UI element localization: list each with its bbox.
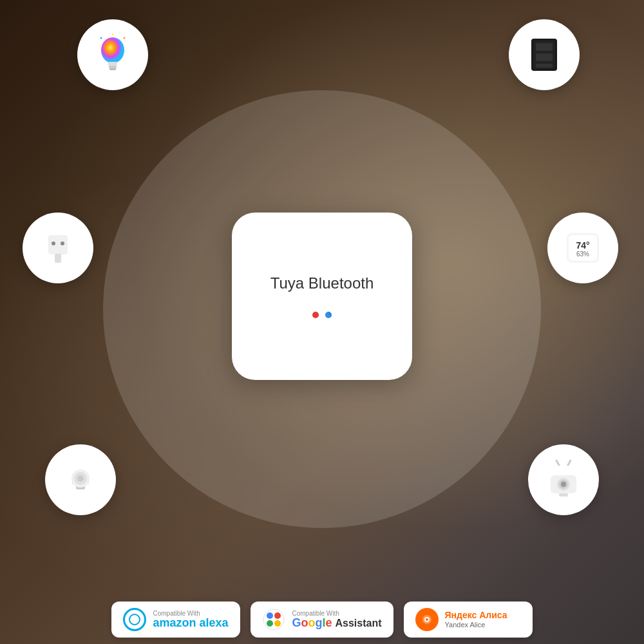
device-switch [509,19,580,90]
alexa-compatible-label: Compatible With [153,610,228,617]
svg-text:63%: 63% [576,251,589,258]
motion-sensor-icon [58,457,103,502]
dot-red [312,312,319,318]
alexa-name-label: amazon alexa [153,617,228,630]
yandex-badge: Яндекс Алиса Yandex Alice [404,601,533,638]
plug-icon [35,225,80,270]
device-camera [528,444,599,515]
yandex-badge-text: Яндекс Алиса Yandex Alice [445,611,507,628]
svg-rect-12 [48,235,68,254]
alexa-badge: Compatible With amazon alexa [111,601,240,638]
hub-device: Tuya Bluetooth [232,213,412,380]
compatibility-badges: Compatible With amazon alexa Compatible … [0,601,644,638]
svg-line-5 [124,37,125,39]
alexa-badge-icon [123,608,146,631]
alexa-ring-icon [123,608,146,631]
hub-label: Tuya Bluetooth [270,274,374,292]
bulb-icon [90,32,135,77]
svg-point-24 [77,475,84,482]
svg-point-33 [267,612,273,619]
svg-line-6 [100,37,102,39]
yandex-sub-label: Yandex Alice [445,621,507,629]
thermo-icon: 74° 63% [560,225,605,270]
svg-rect-15 [55,254,61,263]
google-name-label: Google Assistant [292,617,381,630]
svg-point-40 [426,618,428,621]
svg-rect-2 [109,66,117,68]
device-thermo: 74° 63% [547,213,618,283]
device-motion [45,444,116,515]
alexa-inner-icon [129,614,140,625]
svg-rect-11 [536,64,553,68]
svg-rect-10 [536,53,553,61]
google-icon [262,608,285,631]
yandex-alice-icon [415,608,439,631]
device-plug [23,213,93,283]
svg-point-30 [561,482,566,487]
yandex-badge-icon [415,608,439,631]
svg-point-14 [61,242,64,245]
svg-point-34 [274,612,281,619]
svg-rect-1 [108,62,117,66]
google-badge-text: Compatible With Google Assistant [292,610,381,630]
device-bulb [77,19,148,90]
yandex-name-label: Яндекс Алиса [445,611,507,620]
google-badge-icon [262,608,285,631]
svg-text:74°: 74° [576,240,589,251]
hub-status-dots [312,312,332,318]
svg-rect-31 [559,493,568,497]
svg-rect-3 [109,68,116,70]
svg-rect-9 [536,43,553,51]
svg-line-25 [556,460,559,465]
google-badge: Compatible With Google Assistant [251,601,393,638]
switch-icon [522,32,567,77]
dot-blue [325,312,332,318]
page-scene: AIYATO Tuya Bluetooth [0,0,644,644]
svg-point-36 [274,620,281,627]
alexa-badge-text: Compatible With amazon alexa [153,610,228,630]
camera-icon [541,457,586,502]
svg-point-35 [267,620,273,627]
svg-point-13 [52,242,55,245]
svg-point-32 [263,609,284,630]
svg-line-26 [568,460,571,465]
svg-point-0 [101,37,124,63]
